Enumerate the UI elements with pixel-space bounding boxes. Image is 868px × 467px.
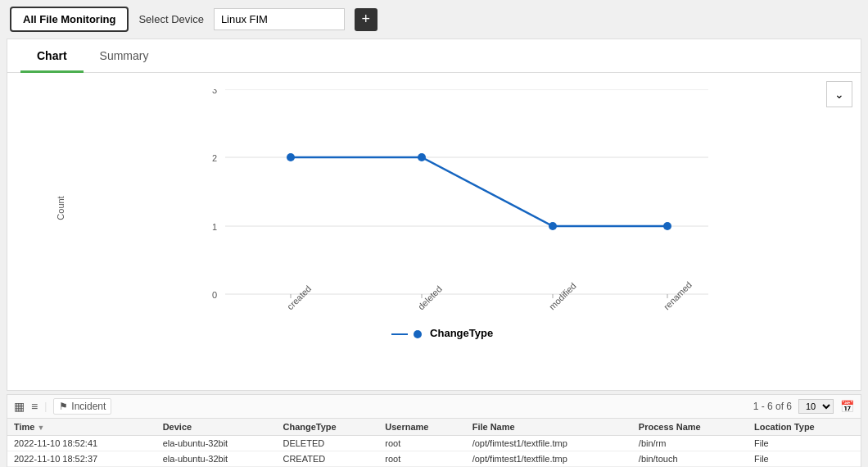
svg-text:renamed: renamed [662,279,694,311]
add-device-button[interactable]: + [355,8,377,31]
cell-time: 2022-11-10 18:52:41 [7,436,156,451]
svg-point-16 [287,153,295,161]
cell-processname: /bin/touch [632,451,748,467]
pagination-info: 1 - 6 of 6 10 25 50 📅 [753,399,854,414]
list-view-icon[interactable]: ≡ [31,400,38,413]
svg-text:deleted: deleted [416,283,444,311]
sort-arrow-time: ▼ [38,424,45,432]
col-locationtype[interactable]: Location Type [748,419,861,436]
incident-button[interactable]: ⚑ Incident [53,398,111,415]
cell-processname: /bin/rm [632,436,748,451]
cell-username: root [378,451,465,467]
svg-text:1: 1 [212,222,217,232]
cell-filename: /opt/fimtest1/textfile.tmp [466,436,632,451]
svg-text:2: 2 [212,153,217,163]
svg-point-17 [418,153,426,161]
select-device-label: Select Device [138,13,203,25]
calendar-icon[interactable]: 📅 [840,400,854,413]
cell-changetype: CREATED [276,451,378,467]
col-filename[interactable]: File Name [466,419,632,436]
col-device[interactable]: Device [156,419,277,436]
svg-point-19 [663,222,671,230]
cell-time: 2022-11-10 18:52:37 [7,451,156,467]
device-input[interactable] [214,8,345,30]
col-username[interactable]: Username [378,419,465,436]
col-processname[interactable]: Process Name [632,419,748,436]
cell-changetype: DELETED [276,436,378,451]
tab-chart[interactable]: Chart [20,39,84,72]
all-file-monitoring-button[interactable]: All File Monitoring [10,7,129,32]
grid-view-icon[interactable]: ▦ [14,400,25,413]
cell-device: ela-ubuntu-32bit [156,436,277,451]
table-header: Time ▼ Device ChangeType Username File N… [7,419,861,436]
bottom-panel: ▦ ≡ | ⚑ Incident 1 - 6 of 6 10 25 50 📅 T… [7,394,861,467]
col-time[interactable]: Time ▼ [7,419,156,436]
cell-locationtype: File [748,436,861,451]
per-page-select[interactable]: 10 25 50 [798,399,834,414]
svg-text:created: created [285,283,313,311]
cell-locationtype: File [748,451,861,467]
cell-device: ela-ubuntu-32bit [156,451,277,467]
svg-text:0: 0 [212,290,217,300]
y-axis-label: Count [56,196,66,220]
table-body: 2022-11-10 18:52:41ela-ubuntu-32bitDELET… [7,436,861,468]
table-toolbar: ▦ ≡ | ⚑ Incident 1 - 6 of 6 10 25 50 📅 [7,395,861,419]
cell-filename: /opt/fimtest1/textfile.tmp [466,451,632,467]
tab-summary[interactable]: Summary [84,39,165,72]
incident-label: Incident [71,401,106,412]
chart-area: ⌄ Count 3 2 1 0 [7,73,861,376]
incident-icon: ⚑ [59,401,68,412]
tabs-container: Chart Summary [7,39,861,73]
svg-text:3: 3 [212,89,217,95]
main-content: Chart Summary ⌄ Count 3 2 1 [7,39,861,391]
table-row: 2022-11-10 18:52:41ela-ubuntu-32bitDELET… [7,436,861,451]
pagination-text: 1 - 6 of 6 [753,401,792,412]
table-row: 2022-11-10 18:52:37ela-ubuntu-32bitCREAT… [7,451,861,467]
svg-point-18 [549,222,557,230]
col-changetype[interactable]: ChangeType [276,419,378,436]
svg-text:modified: modified [547,281,578,312]
top-bar: All File Monitoring Select Device + [0,0,868,39]
data-table: Time ▼ Device ChangeType Username File N… [7,419,861,467]
cell-username: root [378,436,465,451]
chart-svg: 3 2 1 0 created deleted modified renamed [176,89,733,327]
